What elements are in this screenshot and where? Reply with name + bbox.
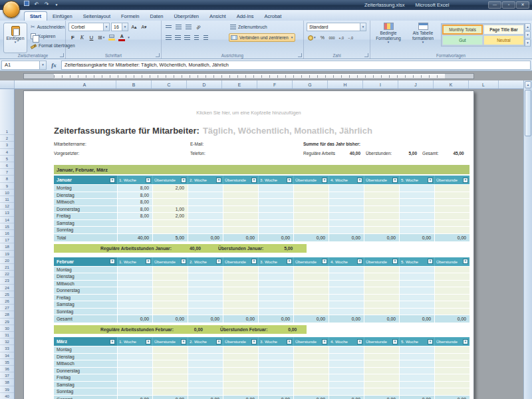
data-cell[interactable] xyxy=(293,346,329,353)
data-cell[interactable]: 8,00 xyxy=(117,198,152,205)
data-cell[interactable] xyxy=(364,374,399,381)
filter-dropdown-icon[interactable]: ▼ xyxy=(181,259,186,264)
week-header-cell[interactable]: Überstunde▼ xyxy=(152,337,188,346)
data-cell[interactable] xyxy=(434,192,469,199)
data-cell[interactable] xyxy=(293,184,329,192)
data-cell[interactable] xyxy=(152,381,188,388)
data-cell[interactable] xyxy=(364,212,399,219)
office-button[interactable] xyxy=(3,1,20,18)
week-header-cell[interactable]: Überstunde▼ xyxy=(152,176,188,184)
total-cell[interactable]: 0,00 xyxy=(117,315,152,323)
total-cell[interactable]: 0,00 xyxy=(434,315,469,323)
data-cell[interactable] xyxy=(329,184,364,192)
data-cell[interactable] xyxy=(293,381,329,388)
data-cell[interactable] xyxy=(399,205,434,213)
column-header-l[interactable]: L xyxy=(469,80,499,88)
data-cell[interactable] xyxy=(188,381,223,388)
data-cell[interactable] xyxy=(258,374,293,381)
undo-icon[interactable]: ↶ xyxy=(33,1,41,9)
data-cell[interactable] xyxy=(188,388,223,395)
filter-dropdown-icon[interactable]: ▼ xyxy=(428,339,433,344)
data-cell[interactable] xyxy=(399,273,434,280)
data-cell[interactable] xyxy=(258,192,293,199)
data-cell[interactable] xyxy=(293,301,329,308)
data-cell[interactable] xyxy=(399,192,434,199)
align-left-icon[interactable] xyxy=(164,33,173,42)
number-format-select[interactable]: Standard ▼ xyxy=(307,23,366,31)
data-cell[interactable] xyxy=(434,381,469,388)
data-cell[interactable] xyxy=(258,381,293,388)
wrap-text-button[interactable]: Zeilenumbruch xyxy=(229,23,269,31)
row-header-29[interactable]: 29 xyxy=(0,319,14,325)
data-cell[interactable] xyxy=(399,381,434,388)
day-label-cell[interactable]: Dienstag xyxy=(54,273,117,280)
data-cell[interactable] xyxy=(223,280,258,287)
row-header-18[interactable]: 18 xyxy=(0,243,14,250)
data-cell[interactable] xyxy=(434,308,469,315)
row-header-14[interactable]: 14 xyxy=(0,217,14,223)
week-header-cell[interactable]: Überstunde▼ xyxy=(223,257,258,266)
filter-dropdown-icon[interactable]: ▼ xyxy=(357,339,362,344)
data-cell[interactable] xyxy=(364,184,399,192)
data-cell[interactable] xyxy=(293,212,329,219)
tab-einfügen[interactable]: Einfügen xyxy=(47,12,78,21)
data-cell[interactable] xyxy=(329,381,364,388)
week-header-cell[interactable]: 4. Woche▼ xyxy=(329,337,364,346)
total-cell[interactable]: 0,00 xyxy=(434,233,469,241)
label-ueberstunden[interactable]: Überstunden: xyxy=(366,151,392,156)
data-cell[interactable] xyxy=(223,184,258,192)
data-cell[interactable] xyxy=(399,226,434,233)
style-neutral[interactable]: Neutral xyxy=(483,35,524,45)
data-cell[interactable] xyxy=(399,360,434,367)
filter-dropdown-icon[interactable]: ▼ xyxy=(110,259,115,264)
data-cell[interactable] xyxy=(188,308,223,315)
data-cell[interactable] xyxy=(434,280,469,287)
data-cell[interactable] xyxy=(188,273,223,280)
day-label-cell[interactable]: Samstag xyxy=(54,219,117,227)
filter-dropdown-icon[interactable]: ▼ xyxy=(357,259,362,264)
filter-dropdown-icon[interactable]: ▼ xyxy=(251,178,257,183)
filter-dropdown-icon[interactable]: ▼ xyxy=(216,259,221,264)
data-cell[interactable] xyxy=(258,219,293,227)
data-cell[interactable] xyxy=(434,219,469,227)
data-cell[interactable] xyxy=(293,219,329,227)
filter-dropdown-icon[interactable]: ▼ xyxy=(463,178,468,183)
data-cell[interactable] xyxy=(188,192,223,199)
data-cell[interactable] xyxy=(434,301,469,308)
filter-dropdown-icon[interactable]: ▼ xyxy=(251,339,257,344)
data-cell[interactable] xyxy=(117,294,152,301)
data-cell[interactable] xyxy=(258,198,293,205)
row-header-20[interactable]: 20 xyxy=(0,257,14,264)
row-header-17[interactable]: 17 xyxy=(0,237,14,243)
data-cell[interactable] xyxy=(258,367,293,374)
total-cell[interactable]: 0,00 xyxy=(364,233,399,241)
data-cell[interactable]: 1,00 xyxy=(152,205,188,213)
total-cell[interactable]: 0,00 xyxy=(188,315,223,323)
data-cell[interactable] xyxy=(399,367,434,374)
total-cell[interactable]: 0,00 xyxy=(293,233,329,241)
filter-dropdown-icon[interactable]: ▼ xyxy=(146,178,151,183)
data-cell[interactable] xyxy=(364,198,399,205)
tab-seitenlayout[interactable]: Seitenlayout xyxy=(78,12,116,21)
data-cell[interactable] xyxy=(223,367,258,374)
redo-icon[interactable]: ↷ xyxy=(43,1,51,9)
data-cell[interactable] xyxy=(152,374,188,381)
row-header-22[interactable]: 22 xyxy=(0,271,14,277)
filter-dropdown-icon[interactable]: ▼ xyxy=(392,178,398,183)
data-cell[interactable] xyxy=(434,184,469,192)
data-cell[interactable] xyxy=(258,353,293,360)
data-cell[interactable] xyxy=(223,301,258,308)
data-cell[interactable] xyxy=(293,226,329,233)
data-cell[interactable] xyxy=(152,266,188,273)
insert-function-button[interactable]: fx xyxy=(48,61,60,70)
filter-dropdown-icon[interactable]: ▼ xyxy=(322,178,327,183)
data-cell[interactable] xyxy=(399,212,434,219)
data-cell[interactable] xyxy=(258,287,293,294)
paste-button[interactable]: Einfügen ▼ xyxy=(3,23,27,53)
row-header-24[interactable]: 24 xyxy=(0,285,14,291)
data-cell[interactable] xyxy=(364,367,399,374)
percent-style-button[interactable]: % xyxy=(318,33,327,42)
data-cell[interactable] xyxy=(117,308,152,315)
data-cell[interactable] xyxy=(223,374,258,381)
data-cell[interactable] xyxy=(223,266,258,273)
